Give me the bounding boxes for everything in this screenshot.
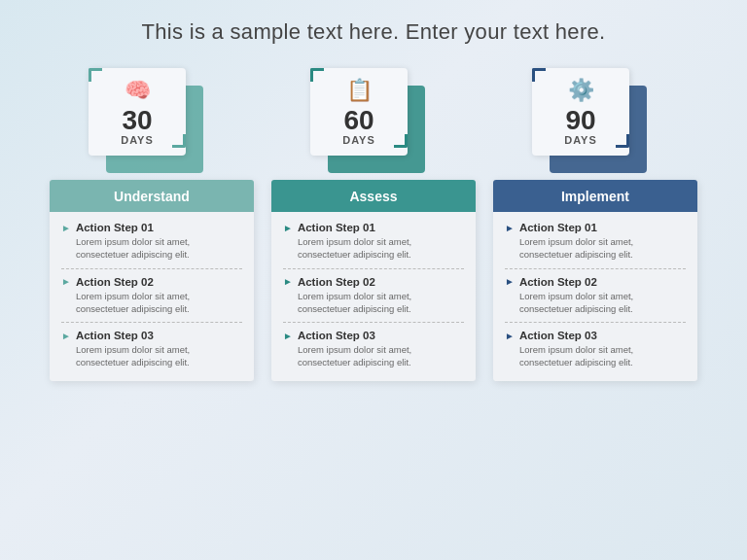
arrow-icon-assess-3: ► — [283, 331, 293, 341]
card-header-text-implement: Implement — [561, 189, 629, 204]
action-item-understand-3: ► Action Step 03 Lorem ipsum dolor sit a… — [61, 330, 242, 369]
badge-icon-implement: ⚙️ — [568, 78, 594, 103]
action-title-implement-3: Action Step 03 — [519, 330, 597, 341]
action-item-header-assess-2: ► Action Step 02 — [283, 276, 464, 288]
action-title-implement-2: Action Step 02 — [519, 276, 597, 288]
card-header-understand: Understand — [50, 180, 254, 212]
action-item-header-understand-3: ► Action Step 03 — [61, 330, 242, 341]
action-item-assess-2: ► Action Step 02 Lorem ipsum dolor sit a… — [283, 276, 464, 316]
arrow-icon-implement-2: ► — [505, 276, 515, 287]
corner-tl-implement — [532, 68, 546, 82]
action-desc-implement-3: Lorem ipsum dolor sit amet, consectetuer… — [519, 343, 686, 369]
badge-number-implement: 90 — [565, 107, 595, 134]
action-item-header-implement-1: ► Action Step 01 — [505, 222, 686, 233]
action-item-assess-3: ► Action Step 03 Lorem ipsum dolor sit a… — [283, 330, 464, 369]
action-item-header-understand-2: ► Action Step 02 — [61, 276, 242, 288]
action-item-header-assess-3: ► Action Step 03 — [283, 330, 464, 341]
badge-icon-understand: 🧠 — [124, 78, 151, 103]
badge-days-label-implement: DAYS — [564, 134, 597, 146]
content-card-understand: Understand ► Action Step 01 Lorem ipsum … — [50, 180, 254, 381]
badge-number-assess: 60 — [343, 107, 374, 134]
corner-br-implement — [616, 134, 629, 148]
action-item-understand-1: ► Action Step 01 Lorem ipsum dolor sit a… — [61, 222, 242, 262]
arrow-icon-understand-2: ► — [61, 276, 71, 287]
badge-days-label-assess: DAYS — [342, 134, 375, 146]
action-title-understand-3: Action Step 03 — [76, 330, 154, 341]
action-item-implement-3: ► Action Step 03 Lorem ipsum dolor sit a… — [505, 330, 686, 369]
card-header-text-understand: Understand — [114, 189, 190, 204]
action-item-implement-2: ► Action Step 02 Lorem ipsum dolor sit a… — [505, 276, 686, 316]
badge-wrap-assess: 📋 60 DAYS — [310, 68, 437, 180]
action-desc-assess-3: Lorem ipsum dolor sit amet, consectetuer… — [298, 343, 464, 369]
column-understand: 🧠 30 DAYS Understand ► Action Ste — [50, 68, 254, 381]
divider-assess-1 — [283, 268, 464, 269]
card-body-implement: ► Action Step 01 Lorem ipsum dolor sit a… — [493, 212, 697, 381]
corner-br-understand — [172, 134, 186, 148]
arrow-icon-assess-2: ► — [283, 276, 293, 287]
arrow-icon-understand-1: ► — [61, 223, 71, 233]
action-item-understand-2: ► Action Step 02 Lorem ipsum dolor sit a… — [61, 276, 242, 316]
action-desc-understand-3: Lorem ipsum dolor sit amet, consectetuer… — [76, 343, 242, 369]
action-desc-implement-1: Lorem ipsum dolor sit amet, consectetuer… — [519, 235, 686, 262]
badge-card-assess: 📋 60 DAYS — [310, 68, 408, 156]
card-header-assess: Assess — [271, 180, 476, 212]
action-desc-understand-1: Lorem ipsum dolor sit amet, consectetuer… — [76, 235, 242, 262]
slide-title: This is a sample text here. Enter your t… — [142, 19, 606, 45]
columns-container: 🧠 30 DAYS Understand ► Action Ste — [39, 68, 708, 381]
action-desc-assess-2: Lorem ipsum dolor sit amet, consectetuer… — [298, 290, 464, 316]
action-title-assess-1: Action Step 01 — [298, 222, 375, 233]
action-desc-assess-1: Lorem ipsum dolor sit amet, consectetuer… — [298, 235, 464, 262]
badge-wrap-understand: 🧠 30 DAYS — [89, 68, 215, 180]
content-card-assess: Assess ► Action Step 01 Lorem ipsum dolo… — [271, 180, 476, 381]
action-title-implement-1: Action Step 01 — [519, 222, 597, 233]
action-item-header-understand-1: ► Action Step 01 — [61, 222, 242, 233]
action-item-implement-1: ► Action Step 01 Lorem ipsum dolor sit a… — [505, 222, 686, 262]
divider-implement-2 — [505, 322, 686, 323]
divider-understand-1 — [61, 268, 242, 269]
corner-tl-assess — [310, 68, 324, 82]
divider-understand-2 — [61, 322, 242, 323]
action-item-header-implement-3: ► Action Step 03 — [505, 330, 686, 341]
column-implement: ⚙️ 90 DAYS Implement ► Action Step — [493, 68, 697, 381]
action-title-understand-1: Action Step 01 — [76, 222, 154, 233]
arrow-icon-implement-3: ► — [505, 331, 515, 341]
badge-card-understand: 🧠 30 DAYS — [89, 68, 186, 156]
card-body-understand: ► Action Step 01 Lorem ipsum dolor sit a… — [50, 212, 254, 381]
action-item-assess-1: ► Action Step 01 Lorem ipsum dolor sit a… — [283, 222, 464, 262]
badge-card-implement: ⚙️ 90 DAYS — [532, 68, 629, 156]
divider-assess-2 — [283, 322, 464, 323]
action-desc-implement-2: Lorem ipsum dolor sit amet, consectetuer… — [519, 290, 686, 316]
column-assess: 📋 60 DAYS Assess ► Action Step 01 — [271, 68, 476, 381]
card-header-implement: Implement — [493, 180, 697, 212]
action-item-header-implement-2: ► Action Step 02 — [505, 276, 686, 288]
divider-implement-1 — [505, 268, 686, 269]
badge-icon-assess: 📋 — [346, 78, 373, 103]
corner-tl-understand — [89, 68, 102, 82]
content-card-implement: Implement ► Action Step 01 Lorem ipsum d… — [493, 180, 697, 381]
arrow-icon-implement-1: ► — [505, 223, 515, 233]
action-title-assess-2: Action Step 02 — [298, 276, 375, 288]
action-title-assess-3: Action Step 03 — [298, 330, 375, 341]
card-header-text-assess: Assess — [349, 189, 397, 204]
corner-br-assess — [394, 134, 408, 148]
card-body-assess: ► Action Step 01 Lorem ipsum dolor sit a… — [271, 212, 476, 381]
action-desc-understand-2: Lorem ipsum dolor sit amet, consectetuer… — [76, 290, 242, 316]
arrow-icon-assess-1: ► — [283, 223, 293, 233]
slide: This is a sample text here. Enter your t… — [0, 0, 747, 560]
arrow-icon-understand-3: ► — [61, 331, 71, 341]
action-item-header-assess-1: ► Action Step 01 — [283, 222, 464, 233]
badge-days-label-understand: DAYS — [121, 134, 154, 146]
badge-wrap-implement: ⚙️ 90 DAYS — [532, 68, 658, 180]
action-title-understand-2: Action Step 02 — [76, 276, 154, 288]
badge-number-understand: 30 — [122, 107, 152, 134]
